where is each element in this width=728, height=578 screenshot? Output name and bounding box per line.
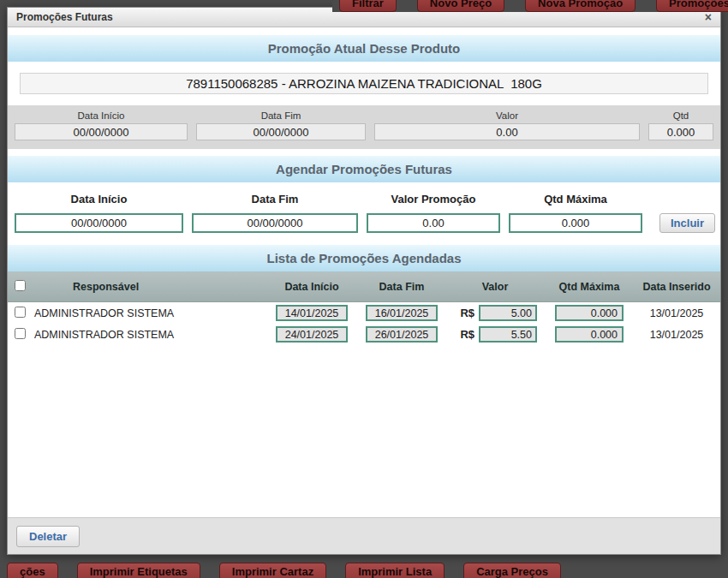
close-icon[interactable]: ×	[705, 11, 712, 23]
column-responsavel: Responsável	[32, 281, 265, 293]
row-data-fim-cell: 26/01/2025	[359, 326, 445, 343]
current-qtd-value: 0.000	[648, 123, 713, 140]
imprimir-etiquetas-button[interactable]: Imprimir Etiquetas	[77, 563, 200, 578]
schedule-valor-group: Valor Promoção	[367, 193, 500, 233]
current-valor-group: Valor 0.00	[374, 110, 640, 140]
current-qtd-group: Qtd 0.000	[648, 110, 713, 140]
row-data-inicio: 24/01/2025	[276, 326, 348, 343]
incluir-button[interactable]: Incluir	[659, 213, 715, 233]
currency-symbol: R$	[460, 307, 474, 319]
row-data-fim-cell: 16/01/2025	[359, 305, 445, 321]
current-valor-label: Valor	[496, 110, 518, 121]
section-header-list: Lista de Promoções Agendadas	[8, 245, 720, 271]
row-select-cell	[8, 307, 32, 320]
row-qtd-maxima: 0.000	[555, 305, 624, 321]
schedule-data-fim-group: Data Fim	[192, 193, 358, 233]
schedule-valor-input[interactable]	[367, 213, 500, 233]
row-data-inicio: 14/01/2025	[276, 305, 348, 321]
row-data-fim: 26/01/2025	[366, 326, 438, 343]
row-data-inicio-cell: 24/01/2025	[265, 326, 359, 343]
row-select-cell	[8, 328, 32, 342]
carga-precos-button[interactable]: Carga Preços	[463, 563, 561, 578]
column-valor: Valor	[445, 281, 546, 293]
current-data-fim-group: Data Fim 00/00/0000	[196, 110, 366, 140]
row-data-inserido: 13/01/2025	[633, 329, 720, 341]
current-data-fim-value: 00/00/0000	[196, 123, 366, 140]
schedule-valor-label: Valor Promoção	[391, 193, 475, 206]
schedule-data-fim-input[interactable]	[192, 213, 358, 233]
dialog-footer: Deletar	[8, 517, 720, 554]
schedule-qtd-label: Qtd Máxima	[544, 193, 607, 206]
promocoes-futuras-dialog: Promoções Futuras × Promoção Atual Desse…	[7, 7, 721, 555]
row-qtd-maxima: 0.000	[555, 326, 624, 343]
current-data-inicio-label: Data Início	[78, 110, 125, 121]
column-qtd-maxima: Qtd Máxima	[546, 281, 633, 293]
product-title: 7891150068285 - ARROZINA MAIZENA TRADICI…	[20, 73, 708, 94]
select-all-cell	[8, 280, 32, 294]
row-valor-cell: R$ 5.00	[445, 305, 546, 321]
select-all-checkbox[interactable]	[15, 280, 26, 291]
schedule-qtd-input[interactable]	[509, 213, 642, 233]
imprimir-cartaz-button[interactable]: Imprimir Cartaz	[219, 563, 326, 578]
current-valor-value: 0.00	[374, 123, 640, 140]
current-data-fim-label: Data Fim	[261, 110, 301, 121]
section-header-current-promo: Promoção Atual Desse Produto	[8, 35, 720, 62]
column-data-inserido: Data Inserido	[633, 281, 720, 293]
table-row: ADMINISTRADOR SISTEMA 24/01/2025 26/01/2…	[8, 324, 720, 345]
row-qtd-cell: 0.000	[546, 305, 633, 321]
row-valor: 5.50	[479, 326, 537, 343]
row-data-fim: 16/01/2025	[366, 305, 438, 321]
row-data-inserido: 13/01/2025	[633, 307, 720, 319]
row-responsavel: ADMINISTRADOR SISTEMA	[32, 307, 265, 319]
row-valor: 5.00	[479, 305, 537, 321]
background-toolbar-top: Filtrar Novo Preço Nova Promoção Promoçõ…	[332, 0, 728, 12]
section-header-schedule: Agendar Promoções Futuras	[8, 156, 720, 182]
list-header-row: Responsável Data Início Data Fim Valor Q…	[8, 271, 720, 302]
table-row: ADMINISTRADOR SISTEMA 14/01/2025 16/01/2…	[8, 302, 720, 324]
background-toolbar-bottom: ções Imprimir Etiquetas Imprimir Cartaz …	[0, 563, 728, 578]
dialog-title: Promoções Futuras	[16, 11, 705, 23]
row-data-inicio-cell: 14/01/2025	[265, 305, 359, 321]
schedule-data-inicio-input[interactable]	[15, 213, 183, 233]
column-data-fim: Data Fim	[359, 281, 445, 293]
schedule-data-inicio-group: Data Início	[15, 193, 183, 233]
row-checkbox[interactable]	[15, 307, 26, 318]
schedule-data-inicio-label: Data Início	[71, 193, 128, 206]
partial-button[interactable]: ções	[7, 563, 58, 578]
filtrar-button[interactable]: Filtrar	[339, 0, 397, 12]
imprimir-lista-button[interactable]: Imprimir Lista	[345, 563, 445, 578]
schedule-data-fim-label: Data Fim	[252, 193, 299, 206]
current-data-inicio-value: 00/00/0000	[15, 123, 188, 140]
nova-promocao-button[interactable]: Nova Promoção	[525, 0, 636, 12]
row-responsavel: ADMINISTRADOR SISTEMA	[32, 329, 265, 341]
row-checkbox[interactable]	[15, 328, 26, 339]
column-data-inicio: Data Início	[265, 281, 359, 293]
schedule-form: Data Início Data Fim Valor Promoção Qtd …	[8, 182, 720, 245]
empty-list-area	[8, 345, 720, 517]
novo-preco-button[interactable]: Novo Preço	[417, 0, 504, 12]
schedule-qtd-group: Qtd Máxima	[509, 193, 642, 233]
current-data-inicio-group: Data Início 00/00/0000	[15, 110, 188, 140]
row-qtd-cell: 0.000	[546, 326, 633, 343]
row-valor-cell: R$ 5.50	[445, 326, 546, 343]
current-promo-fields: Data Início 00/00/0000 Data Fim 00/00/00…	[8, 105, 720, 149]
current-qtd-label: Qtd	[673, 110, 689, 121]
promocoes-atuais-button[interactable]: Promoções Atu	[656, 0, 728, 12]
deletar-button[interactable]: Deletar	[16, 526, 80, 547]
currency-symbol: R$	[460, 328, 474, 341]
